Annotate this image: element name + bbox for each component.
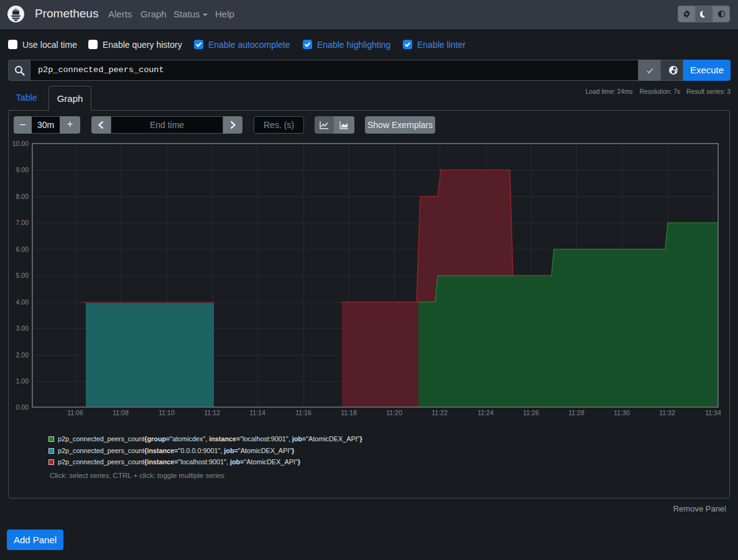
svg-text:11:08: 11:08: [113, 409, 129, 416]
svg-text:11:18: 11:18: [341, 409, 357, 416]
svg-text:10.00: 10.00: [12, 140, 29, 147]
svg-text:11:16: 11:16: [295, 409, 311, 416]
svg-text:4.00: 4.00: [16, 298, 29, 306]
svg-text:1.00: 1.00: [16, 377, 29, 385]
svg-text:11:22: 11:22: [431, 409, 448, 416]
svg-text:11:24: 11:24: [477, 409, 494, 416]
svg-text:7.00: 7.00: [16, 219, 29, 226]
svg-text:11:12: 11:12: [204, 409, 220, 416]
svg-text:8.00: 8.00: [16, 193, 29, 200]
svg-text:11:10: 11:10: [159, 409, 175, 416]
svg-text:11:28: 11:28: [568, 409, 584, 416]
svg-text:9.00: 9.00: [16, 166, 29, 173]
svg-text:0.00: 0.00: [16, 403, 29, 411]
svg-text:11:20: 11:20: [386, 409, 402, 416]
svg-text:11:06: 11:06: [67, 409, 83, 416]
svg-text:6.00: 6.00: [16, 246, 29, 253]
svg-text:11:32: 11:32: [659, 409, 675, 416]
svg-text:11:34: 11:34: [705, 409, 721, 416]
svg-text:11:30: 11:30: [614, 409, 630, 416]
svg-text:5.00: 5.00: [16, 272, 29, 279]
svg-text:11:26: 11:26: [523, 409, 539, 416]
svg-text:11:14: 11:14: [249, 409, 265, 416]
svg-text:2.00: 2.00: [16, 351, 29, 359]
svg-text:3.00: 3.00: [16, 324, 29, 332]
